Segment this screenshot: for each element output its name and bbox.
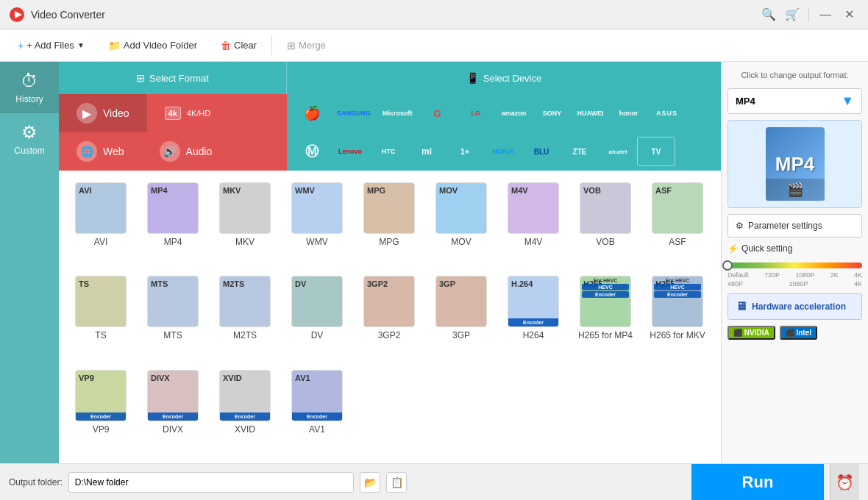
quality-slider-container: Default 720P 1080P 2K 4K 480P 1080P 4K (728, 260, 862, 288)
format-item-wmv[interactable]: WMV WMV (284, 179, 350, 267)
window-controls: 🔍 🛒 — ✕ (758, 4, 859, 25)
search-button[interactable]: 🔍 (758, 4, 779, 25)
add-files-button[interactable]: + + Add Files ▼ (9, 35, 93, 56)
format-label-avi: AVI (94, 237, 107, 247)
format-icon-av1: AV1 Encoder (291, 370, 343, 421)
format-item-mov[interactable]: MOV MOV (428, 179, 494, 267)
format-item-mts[interactable]: MTS MTS (140, 273, 206, 360)
device-sony[interactable]: SONY (533, 99, 572, 128)
output-folder-label: Output folder: (9, 477, 63, 488)
device-alcatel[interactable]: alcatel (599, 137, 637, 166)
format-label-3gp2: 3GP2 (378, 330, 401, 340)
alarm-icon: ⏰ (836, 474, 854, 491)
device-tv[interactable]: TV (637, 137, 675, 166)
device-google[interactable]: G (419, 99, 457, 128)
audio-icon: 🔊 (160, 141, 180, 162)
device-samsung[interactable]: SAMSUNG (331, 99, 377, 128)
format-icon-h265mkv: H265 For HEVC HEVC Encoder (652, 276, 703, 327)
video-label: Video (103, 107, 129, 119)
device-htc[interactable]: HTC (369, 137, 408, 166)
format-item-3gp2[interactable]: 3GP2 3GP2 (356, 273, 422, 360)
device-lg[interactable]: LG (457, 99, 495, 128)
select-device-tab[interactable]: 📱 Select Device (287, 62, 721, 94)
alarm-button[interactable]: ⏰ (830, 464, 859, 501)
format-item-xvid[interactable]: XVID Encoder XVID (212, 367, 278, 454)
format-item-asf[interactable]: ASF ASF (644, 179, 711, 267)
format-item-avi[interactable]: AVI AVI (68, 179, 134, 267)
device-honor[interactable]: honor (610, 99, 648, 128)
device-huawei[interactable]: HUAWEI (572, 99, 610, 128)
format-label-vp9: VP9 (93, 424, 110, 435)
4k-badge: 4k (165, 107, 181, 120)
param-settings-button[interactable]: ⚙ Parameter settings (728, 214, 862, 238)
trash-icon: 🗑 (221, 40, 231, 51)
audio-type-button[interactable]: 🔊 Audio (142, 132, 230, 171)
format-selector[interactable]: MP4 ▼ (728, 88, 862, 114)
format-label-dv: DV (311, 330, 324, 340)
output-path-input[interactable] (68, 472, 355, 493)
close-button[interactable]: ✕ (839, 4, 859, 25)
device-icons-bar: 🍎 SAMSUNG Microsoft G LG amazon SONY HUA… (287, 94, 721, 132)
format-icon-m2ts: M2TS (219, 276, 271, 327)
device-tab-icon: 📱 (466, 72, 479, 84)
4khd-type-button[interactable]: 4k 4K/HD (147, 94, 229, 132)
device-amazon[interactable]: amazon (495, 99, 533, 128)
device-nokia[interactable]: NOKIA (484, 137, 522, 166)
nvidia-badge[interactable]: ⬛ NVIDIA (728, 326, 775, 340)
add-folder-button[interactable]: 📁 Add Video Folder (99, 35, 206, 56)
format-icon-mp4: MP4 (147, 182, 199, 234)
device-xiaomi[interactable]: mi (408, 137, 446, 166)
format-icon-xvid: XVID Encoder (219, 370, 271, 421)
format-item-h264[interactable]: H.264 Encoder H264 (500, 273, 566, 360)
format-item-ts[interactable]: TS TS (68, 273, 134, 360)
device-zte[interactable]: ZTE (561, 137, 599, 166)
device-apple[interactable]: 🍎 (293, 99, 331, 128)
format-item-mkv[interactable]: MKV MKV (212, 179, 278, 267)
format-item-mpg[interactable]: MPG MPG (356, 179, 422, 267)
select-format-tab[interactable]: ⊞ Select Format (59, 62, 287, 94)
format-item-m4v[interactable]: M4V M4V (500, 179, 566, 267)
app-title: Video Converter (31, 9, 758, 21)
device-lenovo[interactable]: Lenovo (331, 137, 369, 166)
clear-button[interactable]: 🗑 Clear (212, 35, 266, 56)
format-item-divx[interactable]: DIVX Encoder DIVX (140, 367, 206, 454)
select-format-label: Select Format (149, 73, 209, 84)
format-item-vob[interactable]: VOB VOB (572, 179, 638, 267)
format-icon-wmv: WMV (291, 182, 343, 234)
sidebar-item-custom[interactable]: ⚙ Custom (0, 113, 59, 165)
browse-folder-button[interactable]: 📂 (360, 472, 380, 493)
cart-button[interactable]: 🛒 (782, 4, 803, 25)
add-files-label: + Add Files (26, 40, 74, 51)
format-label-3gp: 3GP (452, 330, 470, 340)
device-motorola[interactable]: Ⓜ (293, 137, 331, 166)
clock-icon: ⏱ (21, 71, 38, 91)
merge-output-button[interactable]: 📋 (386, 472, 407, 493)
selected-format-label: MP4 (736, 96, 755, 107)
web-type-button[interactable]: 🌐 Web (59, 132, 142, 171)
sidebar-item-history[interactable]: ⏱ History (0, 62, 59, 113)
format-label-m2ts: M2TS (233, 330, 257, 340)
encoder-badge: Encoder (148, 413, 198, 421)
minimize-button[interactable]: — (815, 4, 836, 25)
device-asus[interactable]: ASUS (648, 99, 686, 128)
format-item-m2ts[interactable]: M2TS M2TS (212, 273, 278, 360)
format-item-mp4[interactable]: MP4 MP4 (140, 179, 206, 267)
video-type-button[interactable]: ▶ Video (59, 94, 147, 132)
audio-label: Audio (186, 146, 213, 157)
format-item-3gp[interactable]: 3GP 3GP (428, 273, 494, 360)
device-microsoft[interactable]: Microsoft (377, 99, 419, 128)
quick-icon: ⚡ (728, 243, 739, 254)
quality-thumb[interactable] (722, 260, 733, 271)
run-button[interactable]: Run (691, 464, 824, 501)
format-item-vp9[interactable]: VP9 Encoder VP9 (68, 367, 134, 454)
format-item-av1[interactable]: AV1 Encoder AV1 (284, 367, 350, 454)
intel-badge[interactable]: ⬛ Intel (780, 326, 817, 340)
merge-button[interactable]: ⊞ Merge (278, 35, 335, 56)
device-oneplus[interactable]: 1+ (446, 137, 484, 166)
hw-acceleration-button[interactable]: 🖥 Hardware acceleration (728, 293, 862, 320)
format-item-h265mkv[interactable]: H265 For HEVC HEVC Encoder H265 for MKV (644, 273, 711, 360)
device-blu[interactable]: BLU (522, 137, 561, 166)
format-item-dv[interactable]: DV DV (284, 273, 350, 360)
format-item-h265mp4[interactable]: H265 For HEVC HEVC Encoder H265 for MP4 (572, 273, 638, 360)
format-hint: Click to change output format: (728, 68, 862, 82)
